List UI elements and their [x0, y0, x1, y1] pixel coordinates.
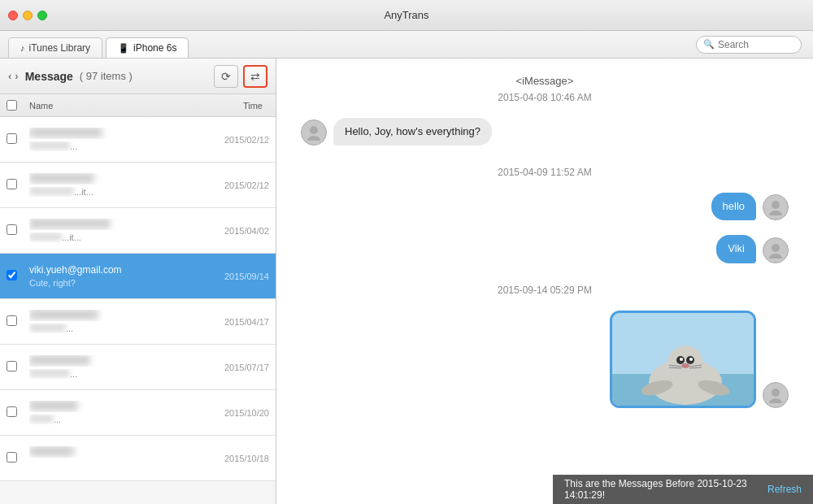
col-name-header: Name — [29, 101, 200, 111]
list-item[interactable]: ... 2015/02/12 — [0, 117, 276, 163]
row-checkbox[interactable] — [7, 270, 17, 280]
avatar-outgoing-2 — [763, 237, 789, 263]
row-time: 2015/09/14 — [200, 272, 269, 281]
chat-bubble-outgoing-1: hello — [711, 193, 756, 220]
refresh-icon: ⟳ — [221, 70, 231, 83]
select-all-checkbox[interactable] — [7, 100, 17, 111]
row-time: 2015/10/20 — [200, 408, 269, 418]
refresh-link[interactable]: Refresh — [767, 484, 802, 495]
nav-arrows: ‹ › — [8, 70, 19, 82]
seal-svg — [612, 313, 754, 406]
row-preview: ... — [29, 324, 200, 333]
row-checkbox-wrap — [7, 270, 29, 283]
svg-point-2 — [772, 201, 780, 209]
search-input[interactable] — [718, 39, 794, 50]
row-checkbox-wrap — [7, 133, 29, 146]
chat-timestamp-3: 2015-09-14 05:29 PM — [301, 285, 789, 296]
traffic-lights — [8, 11, 47, 20]
row-content: ... — [29, 355, 200, 379]
refresh-button[interactable]: ⟳ — [214, 65, 238, 88]
row-time: 2015/04/02 — [200, 226, 269, 236]
blurred-name — [29, 128, 102, 137]
row-preview — [29, 460, 200, 470]
tab-iphone[interactable]: 📱 iPhone 6s — [106, 37, 189, 58]
chat-timestamp-2: 2015-04-09 11:52 AM — [301, 167, 789, 178]
blurred-name — [29, 219, 111, 228]
row-name — [29, 401, 200, 412]
row-name — [29, 173, 200, 185]
chat-content: <iMessage> 2015-04-08 10:46 AM Hello, Jo… — [276, 59, 813, 504]
section-title: Message — [25, 70, 73, 83]
blurred-name — [29, 310, 98, 319]
list-item[interactable]: ... 2015/04/17 — [0, 299, 276, 345]
user-icon — [767, 387, 784, 403]
svg-point-0 — [310, 126, 318, 134]
chat-message-image — [301, 311, 789, 408]
row-name — [29, 310, 200, 321]
svg-point-4 — [772, 244, 780, 252]
nav-forward-icon[interactable]: › — [15, 70, 18, 82]
row-checkbox[interactable] — [7, 224, 17, 235]
list-item[interactable]: ...it... 2015/02/12 — [0, 163, 276, 208]
list-item[interactable]: ... 2015/07/17 — [0, 345, 276, 390]
blurred-preview — [29, 232, 62, 241]
tab-itunes-label: iTunes Library — [29, 42, 91, 54]
user-icon — [767, 242, 784, 259]
message-list[interactable]: ... 2015/02/12 ...it... — [0, 117, 276, 504]
row-preview: ...it... — [29, 232, 200, 242]
row-preview: ... — [29, 369, 200, 379]
app-title: AnyTrans — [384, 9, 428, 21]
row-checkbox-wrap — [7, 406, 29, 419]
col-time-header: Time — [200, 101, 269, 111]
row-content: ... — [29, 310, 200, 333]
row-name — [29, 355, 200, 367]
row-name — [29, 446, 200, 458]
row-preview: ...it... — [29, 187, 200, 197]
nav-back-icon[interactable]: ‹ — [8, 70, 11, 82]
tab-itunes[interactable]: ♪ iTunes Library — [8, 37, 102, 58]
left-panel: ‹ › Message ( 97 items ) ⟳ ⇄ Name Time — [0, 59, 276, 504]
chat-bubble-outgoing-2: Viki — [716, 235, 756, 263]
list-item-selected[interactable]: viki.yueh@gmail.com Cute, right? 2015/09… — [0, 254, 276, 299]
row-checkbox-wrap — [7, 179, 29, 192]
search-input-wrap: 🔍 — [696, 36, 802, 54]
music-icon: ♪ — [20, 43, 25, 53]
row-checkbox[interactable] — [7, 133, 17, 144]
row-checkbox[interactable] — [7, 361, 17, 371]
blurred-preview — [29, 141, 70, 150]
row-content: ...it... — [29, 219, 200, 242]
row-time: 2015/02/12 — [200, 135, 269, 145]
row-time: 2015/02/12 — [200, 180, 269, 190]
maximize-button[interactable] — [37, 11, 47, 20]
tab-iphone-label: iPhone 6s — [133, 42, 176, 54]
minimize-button[interactable] — [23, 11, 33, 20]
row-checkbox[interactable] — [7, 406, 17, 417]
list-item[interactable]: ...it... 2015/04/02 — [0, 208, 276, 254]
message-header: ‹ › Message ( 97 items ) ⟳ ⇄ — [0, 59, 276, 94]
svg-point-22 — [769, 398, 782, 403]
list-item[interactable]: 2015/10/18 — [0, 436, 276, 481]
column-headers: Name Time — [0, 94, 276, 117]
chat-timestamp-1: 2015-04-08 10:46 AM — [301, 92, 789, 103]
row-checkbox[interactable] — [7, 179, 17, 189]
row-checkbox-wrap — [7, 224, 29, 237]
user-icon — [767, 199, 784, 215]
status-bar: This are the Messages Before 2015-10-23 … — [553, 475, 813, 504]
list-item[interactable]: ... 2015/10/20 — [0, 390, 276, 436]
main-content: ‹ › Message ( 97 items ) ⟳ ⇄ Name Time — [0, 59, 813, 504]
close-button[interactable] — [8, 11, 18, 20]
blurred-preview — [29, 369, 70, 377]
avatar-image-message — [763, 382, 789, 408]
row-content: ...it... — [29, 173, 200, 197]
avatar-incoming — [301, 119, 327, 146]
row-checkbox[interactable] — [7, 452, 17, 463]
blurred-preview — [29, 187, 74, 195]
header-actions: ⟳ ⇄ — [214, 65, 267, 88]
row-time: 2015/04/17 — [200, 317, 269, 327]
row-time: 2015/07/17 — [200, 363, 269, 372]
transfer-button[interactable]: ⇄ — [243, 65, 267, 88]
chat-image-bubble — [610, 311, 756, 408]
avatar-outgoing-1 — [763, 194, 789, 220]
row-checkbox[interactable] — [7, 315, 17, 326]
seal-image — [612, 313, 754, 406]
